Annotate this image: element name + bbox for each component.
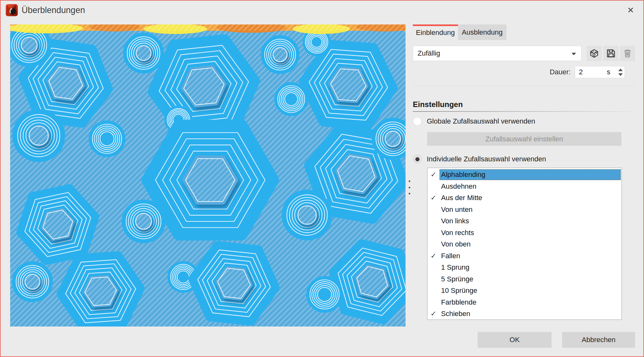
list-item[interactable]: Von oben [427, 239, 621, 250]
list-item[interactable]: Von rechts [427, 227, 621, 239]
effect-label: Fallen [439, 251, 621, 261]
settings-panel: Einblendung Ausblendung Zufällig [413, 24, 635, 356]
effect-label: Von unten [439, 204, 621, 215]
dice-icon [589, 48, 599, 58]
app-icon [6, 4, 18, 16]
section-divider [413, 86, 635, 86]
duration-label: Dauer: [502, 66, 571, 78]
spin-down-icon[interactable] [618, 73, 623, 76]
spin-up-icon[interactable] [618, 69, 623, 71]
settings-heading: Einstellungen [413, 100, 463, 109]
effect-label: Ausdehnen [439, 181, 621, 192]
global-random-label: Globale Zufallsauswahl verwenden [427, 117, 535, 125]
preset-value: Zufällig [418, 49, 440, 57]
title-bar: Überblendungen ✕ [1, 1, 643, 20]
list-item[interactable]: Farbblende [427, 297, 621, 308]
effect-label: 1 Sprung [439, 262, 621, 273]
checkmark-icon: ✓ [427, 252, 439, 260]
transitions-dialog: Überblendungen ✕ Einblendung Ausblendung… [0, 0, 644, 357]
individual-random-radio[interactable]: Individuelle Zufallsauswahl verwenden [413, 154, 546, 164]
tab-ausblendung[interactable]: Ausblendung [458, 24, 506, 40]
effect-label: Schieben [439, 308, 621, 319]
list-item[interactable]: Von unten [427, 204, 621, 216]
save-icon [606, 48, 616, 58]
checkmark-icon: ✓ [427, 310, 439, 318]
splitter-handle[interactable] [407, 180, 412, 194]
effect-label: Von oben [439, 239, 621, 250]
trash-icon [622, 48, 633, 58]
heading-rule [413, 111, 635, 112]
list-item[interactable]: 10 Sprünge [427, 285, 621, 297]
delete-button[interactable] [620, 46, 635, 61]
preview-image [10, 24, 406, 327]
close-icon[interactable]: ✕ [625, 4, 636, 16]
list-item[interactable]: ✓Aus der Mitte [427, 192, 621, 204]
effect-label: 5 Sprünge [439, 274, 621, 285]
list-item[interactable]: 1 Sprung [427, 262, 621, 273]
chevron-down-icon [572, 53, 576, 55]
effects-list[interactable]: ✓AlphablendingAusdehnen✓Aus der MitteVon… [427, 168, 622, 320]
tab-einblendung[interactable]: Einblendung [413, 24, 458, 40]
effect-label: Von links [439, 216, 621, 226]
transition-preview-graphic [10, 24, 406, 327]
ok-button[interactable]: OK [478, 332, 552, 348]
effect-label: Aus der Mitte [439, 192, 621, 203]
radio-unchecked-icon[interactable] [413, 117, 422, 126]
individual-random-label: Individuelle Zufallsauswahl verwenden [427, 155, 546, 163]
effect-label: 10 Sprünge [439, 285, 621, 296]
list-item[interactable]: ✓Schieben [427, 308, 621, 320]
list-item[interactable]: ✓Fallen [427, 250, 621, 262]
duration-stepper[interactable] [616, 66, 625, 78]
duration-spinbox[interactable]: 2 s [575, 66, 625, 78]
list-item[interactable]: ✓Alphablending [427, 169, 621, 181]
effect-label: Farbblende [439, 297, 621, 308]
checkmark-icon: ✓ [427, 171, 439, 179]
global-random-radio[interactable]: Globale Zufallsauswahl verwenden [413, 117, 535, 126]
checkmark-icon: ✓ [427, 194, 439, 202]
duration-unit: s [607, 68, 616, 76]
list-item[interactable]: 5 Sprünge [427, 273, 621, 285]
transition-preset-select[interactable]: Zufällig [413, 46, 581, 61]
list-item[interactable]: Ausdehnen [427, 181, 621, 192]
duration-value[interactable]: 2 [575, 68, 607, 76]
cancel-button[interactable]: Abbrechen [562, 332, 635, 348]
random-dice-button[interactable] [587, 46, 602, 61]
radio-checked-icon[interactable] [413, 155, 422, 164]
effect-label: Von rechts [439, 227, 621, 238]
effect-label: Alphablending [439, 169, 621, 180]
save-button[interactable] [603, 46, 619, 61]
list-item[interactable]: Von links [427, 215, 621, 227]
dialog-title: Überblendungen [22, 1, 85, 20]
set-random-button[interactable]: Zufallsauswahl einstellen [427, 132, 621, 146]
